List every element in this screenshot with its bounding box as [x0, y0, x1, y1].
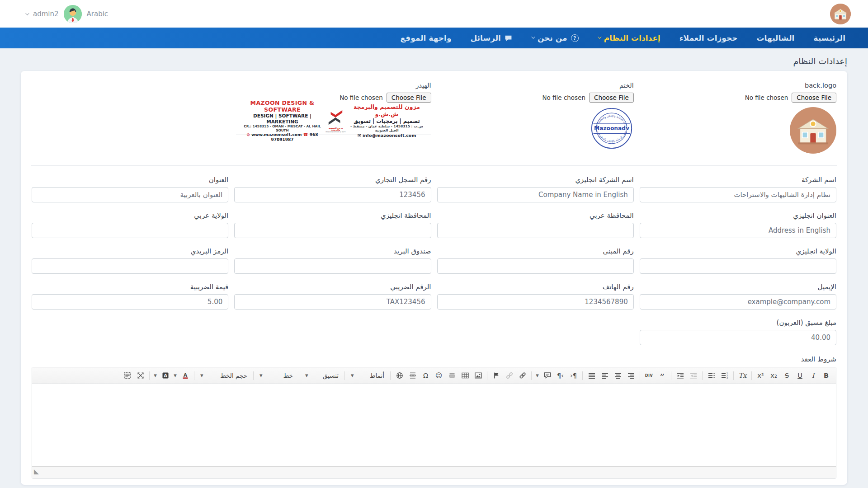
remove-format-icon[interactable]: Tx [736, 370, 749, 381]
format-combo[interactable]: تنسيق▼ [302, 370, 342, 381]
styles-combo[interactable]: أنماط▼ [348, 370, 387, 381]
company-name-ar-input[interactable] [640, 187, 836, 202]
subscript-icon[interactable]: x₂ [768, 370, 780, 381]
nav-item-home[interactable]: الرئيسية [813, 33, 845, 42]
italic-icon[interactable]: I [807, 370, 819, 381]
header-preview-image: MAZOON DESIGN & SOFTWARE DESIGN | SOFTWA… [236, 108, 431, 135]
smiley-icon[interactable]: ☺ [433, 370, 445, 381]
dropdown-arrow[interactable]: ▼ [152, 370, 158, 381]
numbered-list-icon[interactable] [718, 370, 731, 381]
globe-glyph: ⊕ [246, 132, 250, 137]
address-en-input[interactable] [640, 223, 836, 238]
toolbar-separator [671, 371, 671, 380]
editor-toolbar: BIUSx₂x²Tx”DIV¶‹›¶▼☺Ωأنماط▼تنسيق▼خط▼حجم … [32, 367, 836, 384]
phone-glyph: ☎ [303, 132, 308, 137]
field-building-number: رقم المبنى [437, 247, 634, 274]
toolbar-separator [531, 371, 532, 380]
dropdown-arrow: ▼ [200, 373, 203, 378]
email-glyph: ✉ [358, 133, 361, 138]
stamp-label: الختم [619, 82, 634, 89]
superscript-icon[interactable]: x² [755, 370, 767, 381]
toolbar-separator [582, 371, 583, 380]
text-direction-ltr-icon[interactable]: ›¶ [554, 370, 566, 381]
state-ar-input[interactable] [32, 223, 228, 238]
div-container-icon[interactable]: DIV [643, 370, 655, 381]
tax-number-input[interactable] [234, 294, 431, 310]
table-icon[interactable] [459, 370, 471, 381]
nav-item-about-us[interactable]: ? من نحن [531, 33, 579, 42]
contract-terms-editor: BIUSx₂x²Tx”DIV¶‹›¶▼☺Ωأنماط▼تنسيق▼خط▼حجم … [32, 367, 836, 479]
underline-icon[interactable]: U [794, 370, 806, 381]
language-icon[interactable] [541, 370, 553, 381]
show-blocks-icon[interactable] [121, 370, 133, 381]
building-number-input[interactable] [437, 258, 634, 274]
anchor-icon[interactable] [490, 370, 502, 381]
maximize-icon[interactable] [134, 370, 146, 381]
tax-value-input[interactable] [32, 294, 228, 310]
unlink-icon[interactable] [503, 370, 515, 381]
dropdown-arrow: ▼ [259, 373, 263, 378]
user-menu[interactable]: admin2 Arabic [25, 5, 108, 23]
toolbar-separator [702, 371, 703, 380]
background-color-icon[interactable] [159, 370, 171, 381]
iframe-icon[interactable] [393, 370, 406, 381]
bold-icon[interactable]: B [820, 370, 832, 381]
decrease-indent-icon[interactable] [687, 370, 699, 381]
nav-item-client-bookings[interactable]: حجوزات العملاء [679, 33, 738, 42]
main-navbar: الرئيسية الشاليهات حجوزات العملاء إعدادا… [0, 28, 868, 48]
governorate-ar-input[interactable] [437, 223, 634, 238]
deposit-amount-input[interactable] [640, 330, 836, 345]
nav-item-chalets[interactable]: الشاليهات [756, 33, 794, 42]
dropdown-arrow[interactable]: ▼ [534, 370, 540, 381]
choose-file-button[interactable]: Choose File [792, 93, 836, 103]
svg-text:Mazoonadv: Mazoonadv [594, 125, 629, 131]
image-icon[interactable] [472, 370, 484, 381]
editor-resize-handle[interactable]: ◣ [34, 468, 39, 474]
header-file-input[interactable]: Choose File No file chosen [340, 93, 431, 103]
back-logo-file-input[interactable]: Choose File No file chosen [745, 93, 836, 103]
increase-indent-icon[interactable] [674, 370, 686, 381]
user-avatar-icon [64, 5, 82, 23]
language-label[interactable]: Arabic [87, 10, 108, 18]
file-status: No file chosen [745, 94, 788, 101]
nav-item-site-frontend[interactable]: واجهة الموقع [400, 33, 451, 42]
app-logo[interactable] [830, 4, 851, 24]
strikethrough-icon[interactable]: S [781, 370, 793, 381]
font-combo[interactable]: خط▼ [256, 370, 296, 381]
text-color-icon[interactable] [179, 370, 191, 381]
postal-code-input[interactable] [32, 258, 228, 274]
state-en-input[interactable] [640, 258, 836, 274]
page-title: إعدادات النظام [0, 48, 868, 66]
company-name-en-input[interactable] [437, 187, 634, 202]
justify-icon[interactable] [585, 370, 598, 381]
avatar[interactable] [64, 5, 82, 23]
blockquote-icon[interactable]: ” [656, 370, 668, 381]
font-size-combo[interactable]: حجم الخط▼ [197, 370, 250, 381]
address-ar-input[interactable] [32, 187, 228, 202]
header-english-block: MAZOON DESIGN & SOFTWARE DESIGN | SOFTWA… [240, 99, 326, 143]
page-break-icon[interactable] [406, 370, 419, 381]
governorate-en-input[interactable] [234, 223, 431, 238]
field-address-ar: العنوان [32, 176, 228, 202]
po-box-input[interactable] [234, 258, 431, 274]
nav-item-messages[interactable]: الرسائل [471, 33, 512, 42]
choose-file-button[interactable]: Choose File [589, 93, 634, 103]
field-po-box: صندوق البريد [234, 247, 431, 274]
commercial-register-number-input[interactable] [234, 187, 431, 202]
email-input[interactable] [640, 294, 836, 310]
text-direction-rtl-icon[interactable]: ¶‹ [567, 370, 580, 381]
align-left-icon[interactable] [599, 370, 611, 381]
link-icon[interactable] [516, 370, 528, 381]
align-right-icon[interactable] [625, 370, 637, 381]
dropdown-arrow[interactable]: ▼ [172, 370, 178, 381]
bulleted-list-icon[interactable] [705, 370, 717, 381]
editor-content-area[interactable] [32, 384, 836, 466]
phone-number-input[interactable] [437, 294, 634, 310]
special-character-icon[interactable]: Ω [420, 370, 432, 381]
stamp-file-input[interactable]: Choose File No file chosen [542, 93, 633, 103]
align-center-icon[interactable] [612, 370, 624, 381]
choose-file-button[interactable]: Choose File [387, 93, 431, 103]
field-commercial-register-number: رقم السجل التجاري [234, 176, 431, 202]
horizontal-line-icon[interactable] [446, 370, 458, 381]
nav-item-system-settings[interactable]: إعدادات النظام [598, 33, 660, 42]
